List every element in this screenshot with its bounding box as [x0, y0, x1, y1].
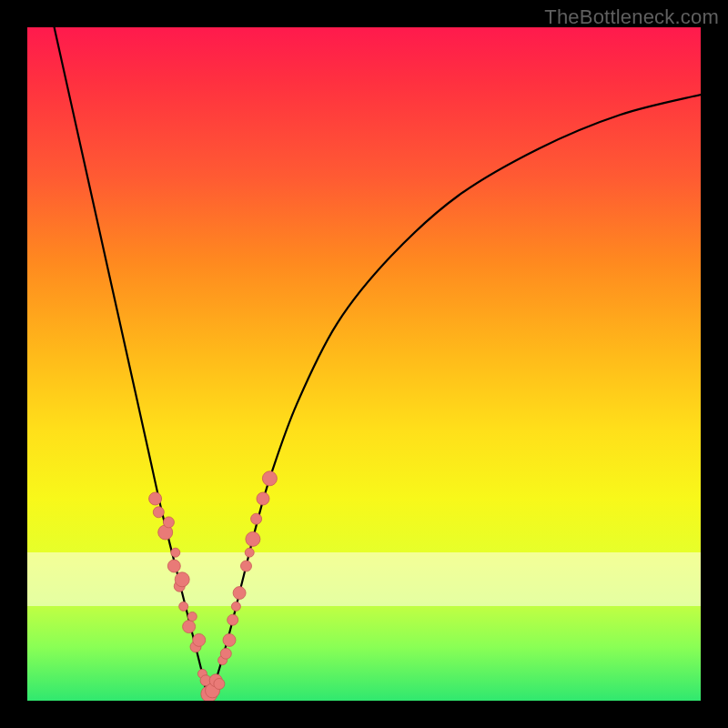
sample-dot [228, 614, 238, 625]
sample-dot [149, 492, 162, 505]
sample-dot [214, 679, 225, 690]
sample-dot [231, 602, 240, 611]
sample-dot [179, 602, 188, 611]
sample-dot [262, 471, 277, 486]
sample-dot [153, 507, 164, 518]
sample-dot [220, 648, 231, 659]
sample-dot [163, 517, 174, 528]
plot-area [27, 27, 701, 701]
sample-dots-group [149, 471, 278, 701]
sample-dot [245, 548, 254, 557]
sample-dot [257, 492, 269, 505]
sample-dot [183, 621, 196, 633]
sample-dot [193, 633, 206, 646]
watermark-text: TheBottleneck.com [544, 5, 719, 29]
sample-dot [171, 548, 180, 557]
sample-dot [251, 513, 262, 524]
sample-dot [187, 612, 197, 622]
sample-dot [223, 633, 236, 646]
chart-overlay [27, 27, 701, 701]
chart-stage: TheBottleneck.com [0, 0, 728, 728]
sample-dot [246, 531, 260, 546]
sample-dot [233, 587, 246, 600]
sample-dot [167, 560, 180, 572]
sample-dot [175, 572, 189, 587]
sample-dot [241, 561, 252, 571]
bottleneck-curve [55, 27, 701, 701]
